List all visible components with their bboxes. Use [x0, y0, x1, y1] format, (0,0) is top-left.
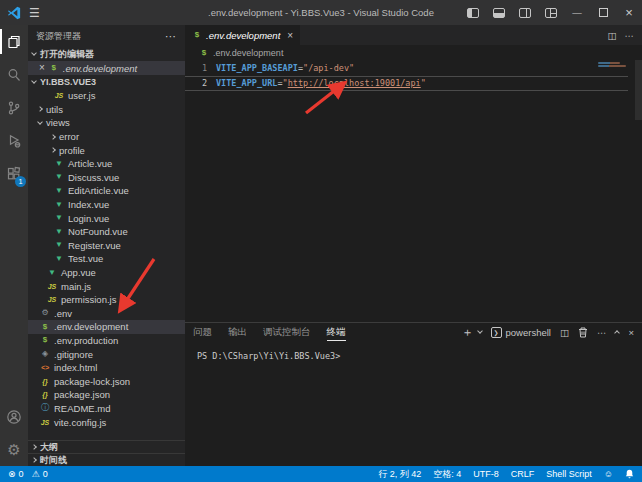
maximize-button[interactable]: [590, 0, 616, 25]
vue-file-icon: ▼: [54, 187, 64, 195]
tree-item-index-html[interactable]: <>index.html: [28, 361, 185, 375]
tree-item-Discuss-vue[interactable]: ▼Discuss.vue: [28, 171, 185, 185]
search-icon[interactable]: [0, 58, 28, 91]
tree-item-NotFound-vue[interactable]: ▼NotFound.vue: [28, 225, 185, 239]
code-line-1: 1 VITE_APP_BASEAPI="/api-dev": [185, 62, 642, 76]
source-control-icon[interactable]: [0, 91, 28, 124]
editor-more-actions-icon[interactable]: ⋯: [625, 30, 635, 41]
tree-item--env-production[interactable]: $.env.production: [28, 334, 185, 348]
explorer-more-actions-icon[interactable]: ⋯: [165, 30, 177, 43]
tree-item-Login-vue[interactable]: ▼Login.vue: [28, 211, 185, 225]
customize-layout-icon[interactable]: [538, 0, 564, 25]
status-item[interactable]: 行 2, 列 42: [378, 468, 421, 481]
split-terminal-icon[interactable]: ◫: [560, 327, 569, 338]
url-link[interactable]: http://localhost:19001/api: [288, 78, 421, 88]
tree-item-views[interactable]: views: [28, 116, 185, 130]
tree-item-Test-vue[interactable]: ▼Test.vue: [28, 252, 185, 266]
tree-item-label: permission.js: [61, 294, 116, 305]
panel-tab-调试控制台[interactable]: 调试控制台: [263, 323, 311, 341]
tab-env-development[interactable]: $ .env.development ×: [185, 25, 300, 45]
tree-item-main-js[interactable]: JSmain.js: [28, 279, 185, 293]
menu-icon[interactable]: ☰: [29, 6, 40, 20]
tree-item-Index-vue[interactable]: ▼Index.vue: [28, 198, 185, 212]
toggle-sidebar-icon[interactable]: [460, 0, 486, 25]
tree-item-label: user.js: [68, 90, 95, 101]
feedback-icon[interactable]: ☺: [604, 469, 613, 479]
toggle-panel-icon[interactable]: [486, 0, 512, 25]
open-editors-section[interactable]: 打开的编辑器: [28, 47, 185, 61]
code-editor[interactable]: 1 VITE_APP_BASEAPI="/api-dev" 2 VITE_APP…: [185, 60, 642, 322]
status-item[interactable]: Shell Script: [546, 469, 592, 479]
toggle-secondary-sidebar-icon[interactable]: [512, 0, 538, 25]
tree-item-permission-js[interactable]: JSpermission.js: [28, 293, 185, 307]
close-icon[interactable]: ×: [39, 63, 45, 73]
outline-label: 大纲: [40, 441, 58, 454]
chevron-right-icon: [31, 444, 37, 450]
tree-item-package-lock-json[interactable]: {}package-lock.json: [28, 374, 185, 388]
panel-tab-输出[interactable]: 输出: [228, 323, 247, 341]
minimap-line: [598, 65, 626, 67]
terminal-prompt: PS D:\CSharp\Yi\Yi.BBS.Vue3>: [197, 351, 340, 361]
open-editor-item[interactable]: × $ .env.development: [28, 61, 185, 75]
outline-section[interactable]: 大纲: [28, 440, 185, 453]
settings-gear-icon[interactable]: ⚙: [0, 433, 28, 466]
breadcrumb[interactable]: $ .env.development: [185, 45, 642, 60]
minimap-line: [598, 62, 620, 64]
panel-tab-问题[interactable]: 问题: [193, 323, 212, 341]
tree-item-package-json[interactable]: {}package.json: [28, 388, 185, 402]
status-item[interactable]: CRLF: [511, 469, 535, 479]
tree-item-error[interactable]: error: [28, 130, 185, 144]
tree-item-App-vue[interactable]: ▼App.vue: [28, 266, 185, 280]
js-file-icon: JS: [40, 419, 50, 426]
activity-bar: 1 ⚙: [0, 25, 28, 466]
new-terminal-icon[interactable]: ＋: [462, 324, 474, 341]
warning-count: 0: [43, 469, 48, 479]
problems-status[interactable]: ⊗ 0 ⚠ 0: [8, 469, 48, 479]
maximize-panel-icon[interactable]: [615, 330, 621, 336]
tree-item-utils[interactable]: utils: [28, 103, 185, 117]
tree-item-Register-vue[interactable]: ▼Register.vue: [28, 239, 185, 253]
run-debug-icon[interactable]: [0, 124, 28, 157]
tree-item-profile[interactable]: profile: [28, 143, 185, 157]
minimap-slider[interactable]: [635, 60, 642, 120]
tree-item--env-development[interactable]: $.env.development: [28, 320, 185, 334]
close-button[interactable]: ×: [616, 0, 642, 25]
terminal-dropdown-icon[interactable]: [477, 328, 483, 334]
tab-close-icon[interactable]: ×: [287, 30, 293, 41]
tree-item-vite-config-js[interactable]: JSvite.config.js: [28, 415, 185, 429]
terminal-content[interactable]: PS D:\CSharp\Yi\Yi.BBS.Vue3>: [185, 341, 642, 466]
vscode-logo-icon: [7, 6, 21, 20]
status-item[interactable]: UTF-8: [473, 469, 499, 479]
tree-item-label: error: [59, 131, 79, 142]
tree-item-label: main.js: [61, 281, 91, 292]
terminal-profile[interactable]: ❯ powershell: [491, 327, 551, 338]
minimize-button[interactable]: —: [564, 0, 590, 25]
file-tree: JSuser.jsutilsviewserrorprofile▼Article.…: [28, 89, 185, 429]
explorer-icon[interactable]: [0, 25, 28, 58]
tree-item-label: package-lock.json: [54, 376, 130, 387]
env-file-icon: $: [199, 49, 209, 57]
status-item[interactable]: 空格: 4: [433, 468, 461, 481]
split-editor-icon[interactable]: ◫: [608, 30, 617, 41]
env-key: VITE_APP_URL: [216, 78, 277, 88]
tree-item--env[interactable]: ⚙.env: [28, 307, 185, 321]
tree-item-Article-vue[interactable]: ▼Article.vue: [28, 157, 185, 171]
tree-item-label: utils: [46, 104, 63, 115]
notifications-bell-icon[interactable]: [625, 469, 634, 479]
extensions-icon[interactable]: 1: [0, 157, 28, 190]
tree-item-label: package.json: [54, 389, 110, 400]
panel-tab-终端[interactable]: 终端: [327, 323, 346, 341]
close-panel-icon[interactable]: ×: [628, 327, 634, 338]
tree-item-EditArticle-vue[interactable]: ▼EditArticle.vue: [28, 184, 185, 198]
account-icon[interactable]: [0, 400, 28, 433]
tree-item-label: Index.vue: [68, 199, 109, 210]
js-file-icon: JS: [54, 92, 64, 99]
panel-more-actions-icon[interactable]: ⋯: [597, 327, 607, 338]
timeline-section[interactable]: 时间线: [28, 453, 185, 466]
tree-item--gitignore[interactable]: ◈.gitignore: [28, 347, 185, 361]
project-root-section[interactable]: YI.BBS.VUE3: [28, 75, 185, 89]
minimap[interactable]: [598, 62, 628, 68]
tree-item-README-md[interactable]: ⓘREADME.md: [28, 402, 185, 416]
kill-terminal-icon[interactable]: [578, 327, 588, 338]
tree-item-user-js[interactable]: JSuser.js: [28, 89, 185, 103]
